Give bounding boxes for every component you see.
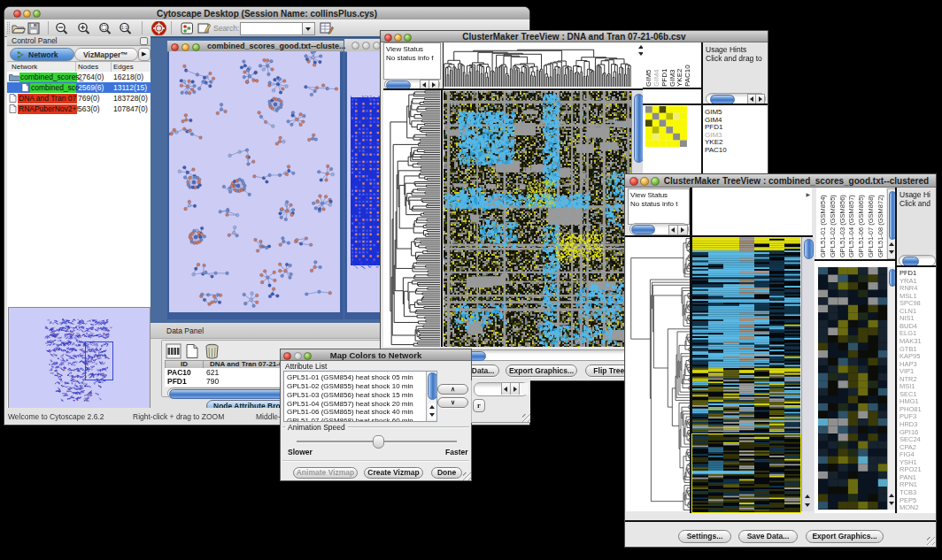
svg-text:1:1: 1:1	[121, 25, 127, 30]
